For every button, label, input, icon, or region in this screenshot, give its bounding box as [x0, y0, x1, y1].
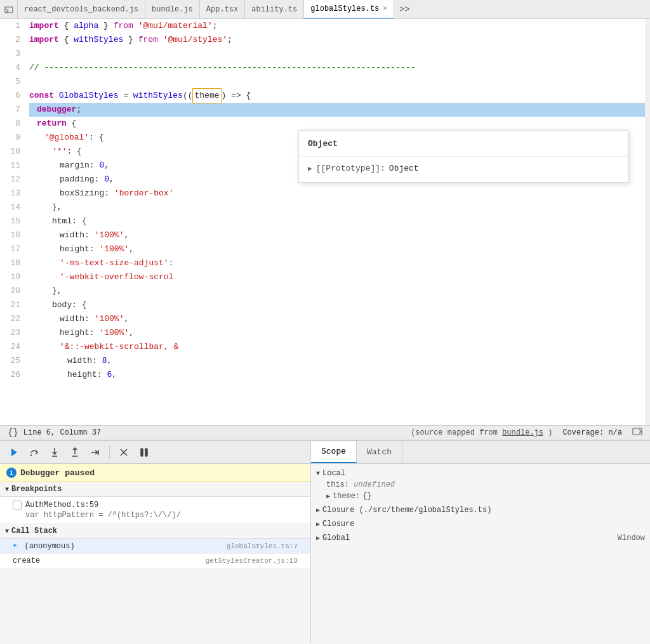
code-line-23: height: '100%',: [29, 326, 645, 340]
debugger-paused-banner: i Debugger paused: [0, 464, 310, 482]
code-editor[interactable]: import { alpha } from '@mui/material'; i…: [25, 19, 645, 425]
tab-bar-icon: [0, 0, 18, 19]
code-line-16: width: '100%',: [29, 228, 645, 242]
breakpoint-item-0: AuthMethod.ts:59 var httpPattern = /^(ht…: [0, 497, 310, 524]
active-frame-icon: ➤: [13, 542, 17, 551]
scope-closure2-arrow: ▶: [316, 520, 320, 528]
editor-scrollbar[interactable]: [645, 19, 650, 425]
scope-closure1-header[interactable]: ▶ Closure (./src/theme/globalStyles.ts): [316, 504, 645, 516]
debug-toolbar: [0, 441, 310, 464]
code-line-19: '-webkit-overflow-scrol: [29, 270, 645, 284]
scope-closure1-section: ▶ Closure (./src/theme/globalStyles.ts): [316, 504, 645, 516]
scope-tabs: Scope Watch: [311, 441, 650, 464]
call-stack-label: Call Stack: [11, 527, 57, 536]
scope-global-arrow: ▶: [316, 534, 320, 542]
status-bar: {} Line 6, Column 37 (source mapped from…: [0, 425, 650, 440]
breakpoint-checkbox[interactable]: [13, 501, 22, 509]
tooltip-expand-arrow[interactable]: ▶: [308, 162, 312, 176]
code-line-5: [29, 75, 645, 89]
paused-icon: i: [6, 468, 17, 478]
tab-bar: react_devtools_backend.js bundle.js App.…: [0, 0, 650, 19]
step-out-button[interactable]: [66, 444, 84, 461]
source-file-link[interactable]: bundle.js: [502, 428, 543, 437]
deactivate-button[interactable]: [115, 444, 133, 461]
svg-rect-12: [141, 449, 143, 456]
code-line-3: [29, 47, 645, 61]
scope-theme-val: {}: [362, 492, 371, 501]
code-line-24: '&::-webkit-scrollbar, &: [29, 340, 645, 354]
code-line-7: debugger;: [29, 103, 645, 117]
scope-this-val: undefined: [354, 480, 395, 489]
scope-global-header[interactable]: ▶ Global Window: [316, 532, 645, 544]
settings-icon[interactable]: [632, 426, 642, 439]
code-line-26: height: 6,: [29, 368, 645, 382]
code-line-8: return {: [29, 117, 645, 131]
bottom-panel: i Debugger paused ▼ Breakpoints AuthMeth…: [0, 440, 650, 643]
debug-panel: i Debugger paused ▼ Breakpoints AuthMeth…: [0, 441, 311, 643]
code-line-14: },: [29, 200, 645, 214]
step-over-button[interactable]: [25, 444, 43, 461]
code-line-15: html: {: [29, 214, 645, 228]
code-line-1: import { alpha } from '@mui/material';: [29, 19, 645, 33]
breakpoint-filename: AuthMethod.ts:59: [25, 501, 98, 509]
paused-label: Debugger paused: [20, 468, 95, 478]
call-stack-item-0[interactable]: ➤ (anonymous) globalStyles.ts:7: [0, 539, 310, 554]
code-line-4: // -------------------------------------…: [29, 61, 645, 75]
tab-app[interactable]: App.tsx: [200, 0, 245, 19]
scope-local-arrow: ▼: [316, 470, 320, 477]
pause-exceptions-button[interactable]: [135, 444, 153, 461]
scope-local-section: ▼ Local this: undefined ▶ theme: {}: [316, 468, 645, 502]
tooltip-val: Object: [389, 162, 419, 176]
line-numbers: 1 2 3 4 5 6 7 8 9 10 11 12 13 14 15 16 1…: [0, 19, 25, 425]
svg-marker-2: [11, 449, 17, 456]
tab-close-icon[interactable]: ✕: [383, 5, 387, 12]
cursor-position: Line 6, Column 37: [23, 428, 101, 437]
svg-rect-0: [5, 7, 13, 13]
tooltip-title: Object: [299, 131, 628, 157]
scope-tab[interactable]: Scope: [311, 441, 357, 463]
scope-local-header[interactable]: ▼ Local: [316, 468, 645, 479]
breakpoints-arrow: ▼: [5, 486, 9, 493]
code-line-6: const GlobalStyles = withStyles((theme) …: [29, 89, 645, 103]
toolbar-separator-1: [109, 446, 110, 459]
call-stack-file-1: getStylesCreator.js:19: [206, 557, 298, 565]
step-into-button[interactable]: [46, 444, 63, 461]
call-stack-section-header[interactable]: ▼ Call Stack: [0, 524, 310, 539]
breakpoints-label: Breakpoints: [11, 485, 62, 494]
scope-closure2-header[interactable]: ▶ Closure: [316, 518, 645, 530]
tab-ability[interactable]: ability.ts: [245, 0, 304, 19]
tab-overflow-button[interactable]: >>: [394, 4, 415, 15]
resume-button[interactable]: [5, 444, 23, 461]
call-stack-item-1[interactable]: create getStylesCreator.js:19: [0, 554, 310, 568]
scope-global-section: ▶ Global Window: [316, 532, 645, 544]
format-icon: {}: [8, 428, 18, 438]
tooltip-row: ▶ [[Prototype]]: Object: [308, 162, 619, 176]
scope-panel: Scope Watch ▼ Local this: undefined ▶ th: [311, 441, 650, 643]
scope-global-val: Window: [618, 534, 645, 542]
scope-local-label: Local: [322, 469, 345, 478]
code-line-21: body: {: [29, 298, 645, 312]
scope-closure2-section: ▶ Closure: [316, 518, 645, 530]
code-line-17: height: '100%',: [29, 242, 645, 256]
breakpoints-section-header[interactable]: ▼ Breakpoints: [0, 482, 310, 497]
tab-globalstyles[interactable]: globalStyles.ts ✕: [304, 0, 394, 19]
scope-theme-row[interactable]: ▶ theme: {}: [316, 490, 645, 502]
tab-react-devtools[interactable]: react_devtools_backend.js: [18, 0, 145, 19]
tooltip-popup: Object ▶ [[Prototype]]: Object: [298, 130, 628, 183]
scope-closure1-label: Closure (./src/theme/globalStyles.ts): [322, 506, 491, 515]
code-line-13: boxSizing: 'border-box': [29, 187, 645, 200]
source-map-info: (source mapped from bundle.js ): [411, 428, 552, 437]
call-stack-name-0: (anonymous): [24, 542, 74, 551]
step-button[interactable]: [86, 444, 104, 461]
watch-tab[interactable]: Watch: [357, 441, 402, 463]
coverage-info: Coverage: n/a: [562, 428, 622, 437]
tab-bundle[interactable]: bundle.js: [145, 0, 200, 19]
svg-rect-1: [633, 428, 642, 435]
scope-closure2-label: Closure: [322, 520, 354, 529]
tooltip-body: ▶ [[Prototype]]: Object: [299, 157, 628, 182]
code-line-18: '-ms-text-size-adjust':: [29, 256, 645, 270]
call-stack-file-0: globalStyles.ts:7: [227, 542, 298, 550]
editor-area: 1 2 3 4 5 6 7 8 9 10 11 12 13 14 15 16 1…: [0, 19, 650, 425]
scope-theme-arrow[interactable]: ▶: [326, 492, 330, 500]
code-line-2: import { withStyles } from '@mui/styles'…: [29, 33, 645, 47]
